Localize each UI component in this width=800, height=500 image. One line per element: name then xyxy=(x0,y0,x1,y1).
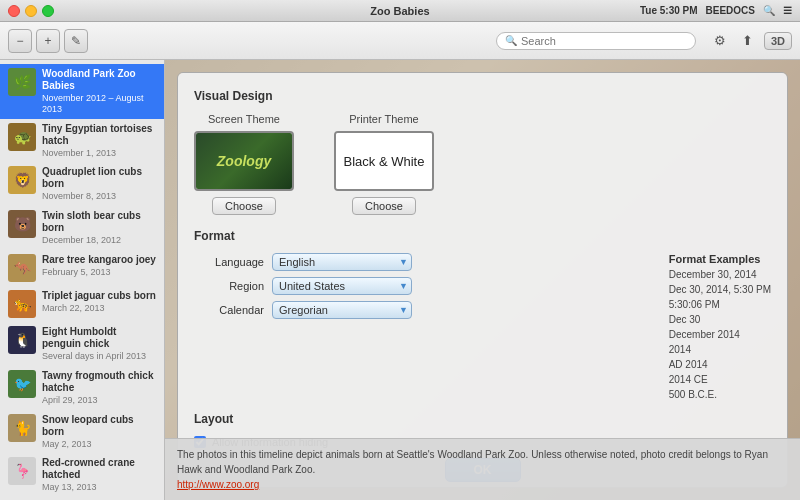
sidebar-text: Tawny frogmouth chick hatcheApril 29, 20… xyxy=(42,370,156,406)
window-controls xyxy=(8,5,54,17)
animal-icon: 🦘 xyxy=(8,254,36,282)
region-row: Region United States United Kingdom Cana… xyxy=(194,277,659,295)
format-examples-section: Format Examples December 30, 2014 Dec 30… xyxy=(669,253,771,402)
calendar-select-wrapper: Gregorian Japanese Buddhist Hebrew ▼ xyxy=(272,301,412,319)
printer-theme-section: Printer Theme Black & White Choose xyxy=(334,113,434,215)
search-icon[interactable]: 🔍 xyxy=(763,5,775,16)
3d-button[interactable]: 3D xyxy=(764,32,792,50)
printer-theme-label: Printer Theme xyxy=(349,113,419,125)
printer-theme-preview: Black & White xyxy=(334,131,434,191)
themes-row: Screen Theme Zoology Choose Printer Them… xyxy=(194,113,771,215)
sidebar-text: Twin sloth bear cubs bornDecember 18, 20… xyxy=(42,210,156,246)
sidebar-item-date: November 8, 2013 xyxy=(42,191,156,202)
sidebar-item[interactable]: 🐈Snow leopard cubs bornMay 2, 2013 xyxy=(0,410,164,454)
zoo-link[interactable]: http://www.zoo.org xyxy=(177,479,259,490)
settings-icon[interactable]: ⚙ xyxy=(708,29,732,53)
printer-theme-choose-button[interactable]: Choose xyxy=(352,197,416,215)
animal-icon: 🐆 xyxy=(8,290,36,318)
sidebar-item-title: Snow leopard cubs born xyxy=(42,414,156,438)
language-select[interactable]: English Spanish French xyxy=(272,253,412,271)
bottom-caption: The photos in this timeline depict anima… xyxy=(165,438,800,500)
search-icon: 🔍 xyxy=(505,35,517,46)
calendar-row: Calendar Gregorian Japanese Buddhist Heb… xyxy=(194,301,659,319)
sidebar-text: Eight Humboldt penguin chickSeveral days… xyxy=(42,326,156,362)
time-display: Tue 5:30 PM xyxy=(640,5,698,16)
animal-icon: 🐻 xyxy=(8,210,36,238)
back-button[interactable]: − xyxy=(8,29,32,53)
sidebar-item-date: March 22, 2013 xyxy=(42,303,156,314)
zoology-theme: Zoology xyxy=(196,133,292,189)
sidebar-item-title: Quadruplet lion cubs born xyxy=(42,166,156,190)
sidebar-item[interactable]: 🐻Twin sloth bear cubs bornDecember 18, 2… xyxy=(0,206,164,250)
maximize-button[interactable] xyxy=(42,5,54,17)
menu-icon[interactable]: ☰ xyxy=(783,5,792,16)
sidebar-text: Snow leopard cubs bornMay 2, 2013 xyxy=(42,414,156,450)
window-title: Zoo Babies xyxy=(370,5,429,17)
caption-text: The photos in this timeline depict anima… xyxy=(177,449,768,475)
settings-panel: Visual Design Screen Theme Zoology Choos… xyxy=(177,72,788,488)
region-select-wrapper: United States United Kingdom Canada ▼ xyxy=(272,277,412,295)
sidebar-thumbnail: 🌿 xyxy=(8,68,36,96)
minimize-button[interactable] xyxy=(25,5,37,17)
sidebar-thumbnail: 🦘 xyxy=(8,254,36,282)
back-icon: − xyxy=(16,34,23,48)
animal-icon: 🦁 xyxy=(8,166,36,194)
forward-button[interactable]: + xyxy=(36,29,60,53)
sidebar-item[interactable]: 🐦Tawny frogmouth chick hatcheApril 29, 2… xyxy=(0,366,164,410)
screen-theme-choose-button[interactable]: Choose xyxy=(212,197,276,215)
region-select[interactable]: United States United Kingdom Canada xyxy=(272,277,412,295)
sidebar-thumbnail: 🐈 xyxy=(8,414,36,442)
toolbar-actions: ⚙ ⬆ 3D xyxy=(708,29,792,53)
sidebar-text: Rare tree kangaroo joeyFebruary 5, 2013 xyxy=(42,254,156,278)
sidebar-item-title: Red-crowned crane hatched xyxy=(42,457,156,481)
sidebar-item[interactable]: 🦩Red-crowned crane hatchedMay 13, 2013 xyxy=(0,453,164,497)
language-select-wrapper: English Spanish French ▼ xyxy=(272,253,412,271)
bw-theme-text: Black & White xyxy=(344,154,425,169)
sidebar-text: Tiny Egyptian tortoises hatchNovember 1,… xyxy=(42,123,156,159)
search-bar[interactable]: 🔍 xyxy=(496,32,696,50)
sidebar-thumbnail: 🦁 xyxy=(8,166,36,194)
forward-icon: + xyxy=(44,34,51,48)
sidebar-thumbnail: 🦩 xyxy=(8,457,36,485)
animal-icon: 🌿 xyxy=(8,68,36,96)
sidebar-item-title: Tiny Egyptian tortoises hatch xyxy=(42,123,156,147)
sidebar-text: Quadruplet lion cubs bornNovember 8, 201… xyxy=(42,166,156,202)
calendar-label: Calendar xyxy=(194,304,264,316)
language-row: Language English Spanish French ▼ xyxy=(194,253,659,271)
close-button[interactable] xyxy=(8,5,20,17)
sidebar-item[interactable]: 🦁Quadruplet lion cubs bornNovember 8, 20… xyxy=(0,162,164,206)
menu-bar: Tue 5:30 PM BEEDOCS 🔍 ☰ xyxy=(640,5,792,16)
format-examples-values: December 30, 2014 Dec 30, 2014, 5:30 PM … xyxy=(669,267,771,402)
main-layout: 🌿Woodland Park Zoo BabiesNovember 2012 –… xyxy=(0,60,800,500)
sidebar-thumbnail: 🐢 xyxy=(8,123,36,151)
animal-icon: 🐧 xyxy=(8,326,36,354)
sidebar-thumbnail: 🐆 xyxy=(8,290,36,318)
bw-theme: Black & White xyxy=(336,133,432,189)
layout-header: Layout xyxy=(194,412,771,426)
sidebar-item[interactable]: 🐢Tiny Egyptian tortoises hatchNovember 1… xyxy=(0,119,164,163)
screen-theme-label: Screen Theme xyxy=(208,113,280,125)
sidebar-item[interactable]: 🦘Rare tree kangaroo joeyFebruary 5, 2013 xyxy=(0,250,164,286)
animal-icon: 🐢 xyxy=(8,123,36,151)
sidebar-item-title: Rare tree kangaroo joey xyxy=(42,254,156,266)
sidebar-item-date: November 1, 2013 xyxy=(42,148,156,159)
sidebar-item-date: Several days in April 2013 xyxy=(42,351,156,362)
settings-overlay: Visual Design Screen Theme Zoology Choos… xyxy=(165,60,800,500)
edit-button[interactable]: ✎ xyxy=(64,29,88,53)
format-fields: Language English Spanish French ▼ xyxy=(194,253,659,402)
sidebar: 🌿Woodland Park Zoo BabiesNovember 2012 –… xyxy=(0,60,165,500)
search-input[interactable] xyxy=(521,35,681,47)
visual-design-header: Visual Design xyxy=(194,89,771,103)
sidebar-item[interactable]: 🐆Triplet jaguar cubs bornMarch 22, 2013 xyxy=(0,286,164,322)
sidebar-text: Triplet jaguar cubs bornMarch 22, 2013 xyxy=(42,290,156,314)
calendar-select[interactable]: Gregorian Japanese Buddhist Hebrew xyxy=(272,301,412,319)
format-examples-label: Format Examples xyxy=(669,253,771,265)
sidebar-item[interactable]: 🐧Eight Humboldt penguin chickSeveral day… xyxy=(0,322,164,366)
sidebar-item-date: May 13, 2013 xyxy=(42,482,156,493)
sidebar-thumbnail: 🐧 xyxy=(8,326,36,354)
sidebar-item[interactable]: 🌿Woodland Park Zoo BabiesNovember 2012 –… xyxy=(0,64,164,119)
animal-icon: 🐈 xyxy=(8,414,36,442)
sidebar-item-title: Eight Humboldt penguin chick xyxy=(42,326,156,350)
screen-theme-preview: Zoology xyxy=(194,131,294,191)
share-icon[interactable]: ⬆ xyxy=(736,29,760,53)
